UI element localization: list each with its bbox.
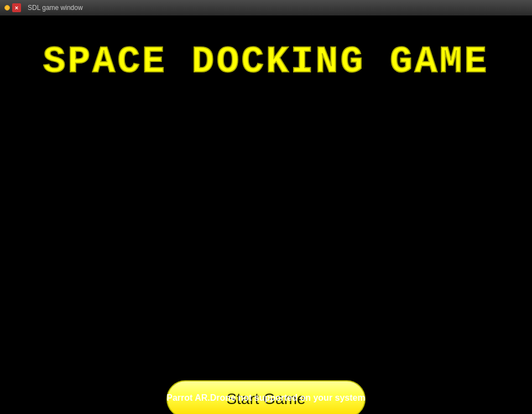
- game-area: SPACE DOCKING GAME Start Game Instructio…: [0, 15, 532, 414]
- window-controls: ×: [4, 3, 21, 12]
- minimize-button[interactable]: [4, 5, 10, 11]
- game-title-text: SPACE DOCKING GAME: [43, 40, 489, 83]
- window-title: SDL game window: [28, 4, 528, 12]
- title-bar: × SDL game window: [0, 0, 532, 15]
- status-text: Parrot AR.Drone not supported on your sy…: [166, 393, 365, 403]
- game-title: SPACE DOCKING GAME: [43, 40, 489, 83]
- close-button[interactable]: ×: [12, 3, 21, 12]
